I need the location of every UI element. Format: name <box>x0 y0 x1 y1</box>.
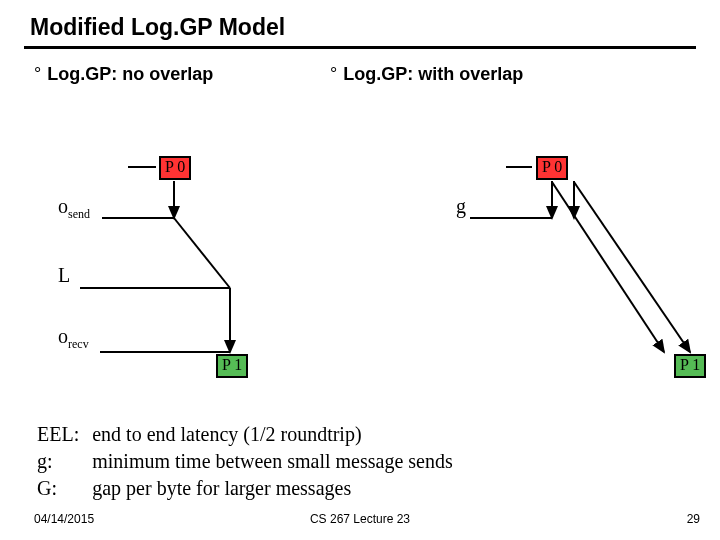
svg-line-11 <box>552 182 664 352</box>
def-key-eel: EEL: <box>36 422 89 447</box>
def-key-g: g: <box>36 449 89 474</box>
definitions: EEL: end to end latency (1/2 roundtrip) … <box>34 420 465 503</box>
footer-center: CS 267 Lecture 23 <box>0 512 720 526</box>
def-row-big-g: G: gap per byte for larger messages <box>36 476 463 501</box>
def-key-big-g: G: <box>36 476 89 501</box>
svg-line-3 <box>174 218 230 288</box>
def-text-eel: end to end latency (1/2 roundtrip) <box>91 422 463 447</box>
def-row-g: g: minimum time between small message se… <box>36 449 463 474</box>
slide: Modified Log.GP Model °Log.GP: no overla… <box>0 0 720 540</box>
footer-page: 29 <box>687 512 700 526</box>
def-text-g: minimum time between small message sends <box>91 449 463 474</box>
svg-line-12 <box>574 182 690 352</box>
def-row-eel: EEL: end to end latency (1/2 roundtrip) <box>36 422 463 447</box>
def-text-big-g: gap per byte for larger messages <box>91 476 463 501</box>
